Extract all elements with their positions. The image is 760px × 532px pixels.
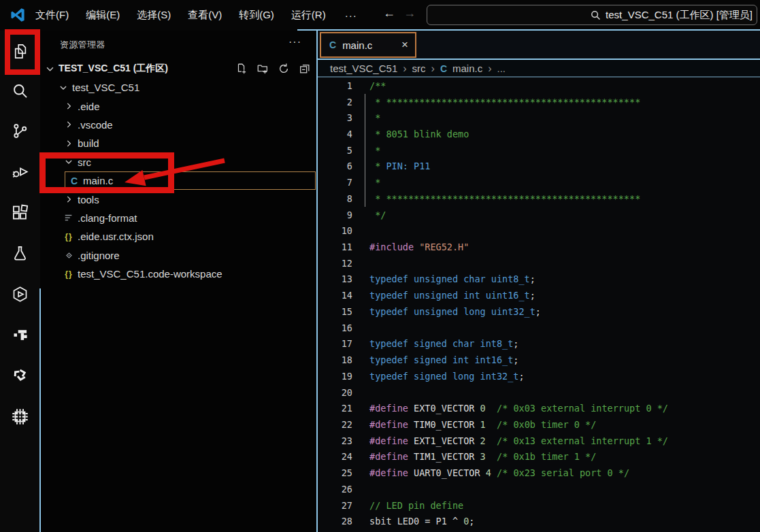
- editor-group: C main.c × test_VSC_C51 › src › C main.c…: [316, 31, 760, 532]
- chevron-right-icon: ›: [488, 63, 491, 75]
- refresh-icon[interactable]: [278, 63, 290, 75]
- source-control-icon[interactable]: [11, 122, 29, 140]
- code-line-18[interactable]: 18typedef signed int int16_t;: [316, 352, 760, 368]
- list-icon: [63, 213, 75, 222]
- menu-more-button[interactable]: ···: [345, 10, 357, 21]
- tree-item-.clang-format[interactable]: .clang-format: [40, 209, 316, 227]
- code-text: * PIN: P11: [369, 161, 430, 171]
- new-folder-icon[interactable]: [257, 63, 269, 75]
- search-view-icon[interactable]: [11, 82, 29, 100]
- nav-forward-button[interactable]: →: [401, 6, 418, 20]
- breadcrumb-item[interactable]: main.c: [452, 63, 482, 74]
- run-debug-icon[interactable]: [11, 163, 29, 181]
- line-number: 9: [316, 210, 352, 220]
- tree-item-test_VSC_C51.code-workspace[interactable]: {}test_VSC_C51.code-workspace: [40, 265, 316, 283]
- line-number: 19: [316, 371, 352, 382]
- code-line-22[interactable]: 22#define TIM0_VECTOR 1 /* 0x0b timer 0 …: [316, 416, 760, 433]
- code-line-26[interactable]: 26: [316, 481, 760, 497]
- tab-label: main.c: [342, 39, 372, 51]
- indent-guide: [365, 94, 365, 207]
- chevron-down-icon: [57, 83, 69, 93]
- line-number: 1: [316, 80, 352, 91]
- tree-item-build[interactable]: build: [40, 134, 316, 152]
- code-line-15[interactable]: 15typedef unsigned long uint32_t;: [316, 303, 760, 320]
- code-line-28[interactable]: 28sbit LED0 = P1 ^ 0;: [316, 513, 760, 529]
- chip-tool-icon[interactable]: [11, 408, 29, 426]
- code-line-10[interactable]: 10: [316, 222, 760, 239]
- line-number: 2: [316, 97, 352, 107]
- tree-item-.gitignore[interactable]: .gitignore: [40, 246, 316, 265]
- menu-item-0[interactable]: 文件(F): [35, 9, 69, 22]
- nav-back-button[interactable]: ←: [381, 6, 397, 20]
- breadcrumb-tail[interactable]: ...: [497, 63, 506, 74]
- collapse-all-icon[interactable]: [299, 63, 311, 75]
- explorer-icon[interactable]: [11, 42, 29, 61]
- line-number: 7: [316, 177, 352, 188]
- line-number: 24: [316, 451, 352, 462]
- code-line-25[interactable]: 25#define UART0_VECTOR 4 /* 0x23 serial …: [316, 465, 760, 481]
- code-area[interactable]: 1/**2 * ********************************…: [316, 78, 760, 529]
- package-icon[interactable]: [11, 285, 29, 303]
- json-braces-icon: {}: [63, 232, 75, 242]
- chevron-right-icon: ›: [403, 63, 406, 75]
- code-line-3[interactable]: 3 *: [316, 110, 760, 126]
- code-line-7[interactable]: 7 *: [316, 174, 760, 190]
- menu-item-4[interactable]: 转到(G): [239, 9, 274, 22]
- code-line-19[interactable]: 19typedef signed long int32_t;: [316, 368, 760, 384]
- code-line-23[interactable]: 23#define EXT1_VECTOR 2 /* 0x13 external…: [316, 433, 760, 449]
- code-line-11[interactable]: 11#include "REG52.H": [316, 239, 760, 255]
- menu-item-3[interactable]: 查看(V): [188, 9, 222, 22]
- code-line-17[interactable]: 17typedef signed char int8_t;: [316, 336, 760, 352]
- new-file-icon[interactable]: [235, 63, 248, 75]
- code-line-21[interactable]: 21#define EXT0_VECTOR 0 /* 0x03 external…: [316, 400, 760, 416]
- line-number: 6: [316, 161, 352, 171]
- tab-close-icon[interactable]: ×: [401, 38, 408, 52]
- code-text: typedef unsigned char uint8_t;: [369, 273, 535, 284]
- code-text: #define EXT1_VECTOR 2 /* 0x13 external i…: [369, 435, 668, 446]
- testing-icon[interactable]: [11, 244, 29, 263]
- tree-item-main.c[interactable]: Cmain.c: [40, 171, 316, 190]
- tree-item-src[interactable]: src: [40, 153, 316, 171]
- tree-item-.vscode[interactable]: .vscode: [40, 116, 316, 134]
- command-center-search[interactable]: test_VSC_C51 (工作区) [管理员]: [427, 5, 757, 25]
- tree-item-label: src: [78, 156, 91, 168]
- menu-item-5[interactable]: 运行(R): [291, 9, 326, 22]
- code-line-4[interactable]: 4 * 8051 blink demo: [316, 126, 760, 142]
- c-file-icon: C: [68, 176, 80, 186]
- code-line-1[interactable]: 1/**: [316, 78, 760, 94]
- code-line-16[interactable]: 16: [316, 320, 760, 336]
- menu-item-2[interactable]: 选择(S): [137, 9, 171, 22]
- workspace-root-row[interactable]: TEST_VSC_C51 (工作区): [40, 60, 316, 78]
- code-text: #define TIM1_VECTOR 3 /* 0x1b timer 1 */: [369, 451, 596, 462]
- explorer-more-button[interactable]: ···: [288, 36, 301, 48]
- tree-item-.eide.usr.ctx.json[interactable]: {}.eide.usr.ctx.json: [40, 227, 316, 246]
- code-line-14[interactable]: 14typedef unsigned int uint16_t;: [316, 287, 760, 303]
- tree-item-test_VSC_C51[interactable]: test_VSC_C51: [40, 78, 316, 97]
- code-line-5[interactable]: 5 *: [316, 142, 760, 159]
- code-line-27[interactable]: 27// LED pin define: [316, 497, 760, 514]
- breadcrumb-item[interactable]: test_VSC_C51: [330, 63, 397, 74]
- code-line-2[interactable]: 2 * ************************************…: [316, 94, 760, 110]
- menu-item-1[interactable]: 编辑(E): [86, 9, 120, 22]
- line-number: 23: [316, 435, 352, 446]
- breadcrumb-item[interactable]: src: [412, 63, 426, 74]
- code-line-24[interactable]: 24#define TIM1_VECTOR 3 /* 0x1b timer 1 …: [316, 449, 760, 465]
- code-line-20[interactable]: 20: [316, 384, 760, 401]
- chevron-down-icon: [63, 157, 75, 167]
- code-line-12[interactable]: 12: [316, 255, 760, 271]
- tree-item-tools[interactable]: tools: [40, 190, 316, 208]
- code-text: *: [369, 112, 380, 123]
- platform-tool-icon[interactable]: [11, 367, 29, 385]
- code-line-9[interactable]: 9 */: [316, 207, 760, 223]
- tree-item-.eide[interactable]: .eide: [40, 97, 316, 115]
- chevron-right-icon: ›: [431, 63, 435, 75]
- code-line-6[interactable]: 6 * PIN: P11: [316, 159, 760, 175]
- vscode-logo-icon: [10, 7, 26, 23]
- line-number: 5: [316, 145, 352, 156]
- code-line-8[interactable]: 8 * ************************************…: [316, 190, 760, 207]
- build-tool-icon[interactable]: [11, 326, 29, 344]
- chevron-down-icon: [45, 64, 55, 77]
- extensions-icon[interactable]: [11, 203, 29, 222]
- code-line-13[interactable]: 13typedef unsigned char uint8_t;: [316, 271, 760, 288]
- tab-main-c[interactable]: C main.c ×: [320, 32, 416, 58]
